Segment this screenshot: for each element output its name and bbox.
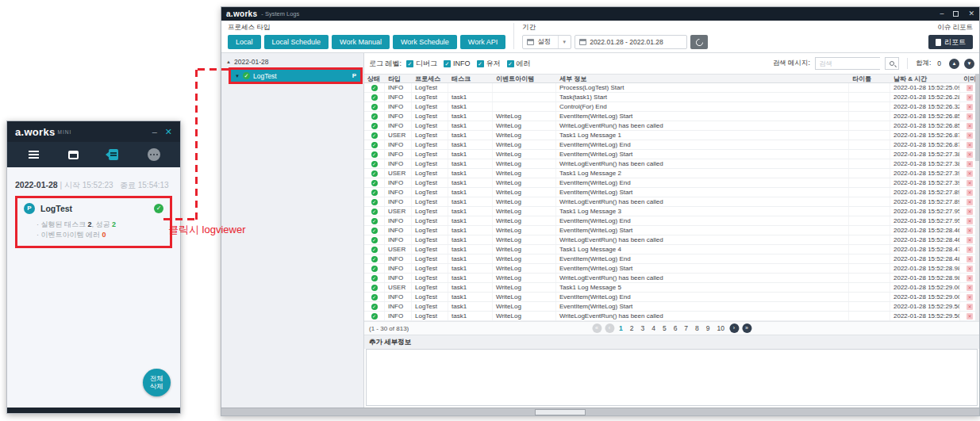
image-icon[interactable]: ✕ (967, 218, 973, 224)
page-number-3[interactable]: 3 (639, 324, 646, 332)
scrollbar-thumb[interactable] (975, 74, 979, 161)
more-button[interactable] (144, 145, 163, 164)
image-icon[interactable]: ✕ (967, 275, 973, 281)
page-number-5[interactable]: 5 (661, 324, 668, 332)
image-icon[interactable]: ✕ (967, 266, 973, 272)
image-icon[interactable]: ✕ (967, 189, 973, 196)
table-row[interactable]: ✓INFOLogTesttask1WriteLogEventItem(Write… (364, 112, 979, 121)
tree-date-group[interactable]: ▲ 2022-01-28 (221, 56, 363, 67)
table-row[interactable]: ✓INFOLogTesttask1WriteLogEventItem(Write… (364, 150, 979, 159)
page-number-2[interactable]: 2 (628, 324, 636, 332)
log-level-checkbox-디버그[interactable]: ✓디버그 (406, 59, 437, 69)
next-page-button[interactable]: › (729, 323, 739, 333)
period-preset-select[interactable]: 설정 ▼ (522, 35, 571, 49)
image-icon[interactable]: ✕ (967, 180, 973, 186)
minimize-icon[interactable]: – (152, 127, 157, 136)
search-button[interactable] (885, 57, 899, 70)
table-row[interactable]: ✓USERLogTesttask1WriteLogTask1 Log Messa… (364, 283, 979, 293)
first-page-button[interactable]: « (592, 323, 601, 333)
status-success-icon: ✓ (371, 104, 378, 110)
process-type-button-local[interactable]: Local (228, 35, 261, 49)
table-row[interactable]: ✓INFOLogTesttask1WriteLogEventItem(Write… (364, 293, 979, 302)
close-icon[interactable]: ✕ (165, 127, 172, 137)
table-row[interactable]: ✓INFOLogTesttask1Control(For) End2022-01… (364, 102, 979, 112)
table-row[interactable]: ✓INFOLogTesttask1WriteLogWriteLogEventRu… (364, 121, 979, 131)
image-icon[interactable]: ✕ (967, 199, 973, 205)
image-icon[interactable]: ✕ (967, 113, 973, 120)
process-type-button-local-schedule[interactable]: Local Schedule (264, 35, 329, 49)
page-number-1[interactable]: 1 (617, 324, 625, 332)
image-icon[interactable]: ✕ (967, 228, 973, 234)
image-icon[interactable]: ✕ (967, 247, 973, 253)
image-icon[interactable]: ✕ (967, 304, 973, 310)
log-level-checkbox-에러[interactable]: ✓에러 (507, 59, 531, 69)
additional-detail-box[interactable] (366, 349, 978, 406)
table-row[interactable]: ✓INFOLogTesttask1WriteLogWriteLogEventRu… (364, 197, 979, 207)
search-input[interactable] (815, 57, 880, 70)
scrollbar-thumb[interactable] (535, 409, 586, 415)
table-row[interactable]: ✓USERLogTesttask1WriteLogTask1 Log Messa… (364, 245, 979, 255)
log-button[interactable] (104, 145, 123, 164)
image-icon[interactable]: ✕ (967, 151, 973, 158)
table-vertical-scrollbar[interactable] (975, 74, 979, 321)
table-row[interactable]: ✓INFOLogTesttask1WriteLogEventItem(Write… (364, 140, 979, 150)
page-number-6[interactable]: 6 (672, 324, 679, 332)
table-row[interactable]: ✓INFOLogTesttask1WriteLogEventItem(Write… (364, 188, 979, 197)
schedule-button[interactable] (64, 145, 83, 164)
last-page-button[interactable]: » (742, 323, 751, 333)
process-type-button-work-manual[interactable]: Work Manual (332, 35, 390, 49)
table-row[interactable]: ✓INFOLogTesttask1Task(task1) Start2022-0… (364, 93, 979, 102)
table-row[interactable]: ✓USERLogTesttask1WriteLogTask1 Log Messa… (364, 207, 979, 216)
process-type-button-work-api[interactable]: Work API (460, 35, 505, 49)
table-row[interactable]: ✓INFOLogTesttask1WriteLogWriteLogEventRu… (364, 274, 979, 283)
date-range-field[interactable]: 2022.01.28 - 2022.01.28 (575, 35, 687, 49)
page-number-10[interactable]: 10 (716, 324, 726, 332)
delete-all-button[interactable]: 전체 삭제 (143, 369, 171, 396)
table-row[interactable]: ✓INFOLogTesttask1WriteLogWriteLogEventRu… (364, 235, 979, 245)
process-card-logtest[interactable]: P LogTest ✓ · 실행된 태스크 2, 성공 2 · 이벤트아이템 에… (15, 196, 172, 248)
maximize-icon[interactable] (953, 11, 959, 17)
image-icon[interactable]: ✕ (967, 313, 973, 320)
table-row[interactable]: ✓INFOLogTesttask1WriteLogEventItem(Write… (364, 264, 979, 274)
horizontal-scrollbar[interactable] (221, 408, 979, 415)
image-icon[interactable]: ✕ (967, 123, 973, 129)
prev-match-button[interactable]: ▲ (949, 59, 959, 69)
table-row[interactable]: ✓INFOLogTesttask1WriteLogWriteLogEventRu… (364, 312, 979, 321)
image-icon[interactable]: ✕ (967, 94, 973, 101)
image-icon[interactable]: ✕ (967, 161, 973, 167)
table-row[interactable]: ✓USERLogTesttask1WriteLogTask1 Log Messa… (364, 131, 979, 140)
image-icon[interactable]: ✕ (967, 85, 973, 91)
minimize-icon[interactable]: – (940, 10, 943, 17)
log-level-checkbox-유저[interactable]: ✓유저 (477, 59, 501, 69)
table-row[interactable]: ✓INFOLogTesttask1WriteLogEventItem(Write… (364, 302, 979, 312)
page-number-9[interactable]: 9 (705, 324, 712, 332)
image-icon[interactable]: ✕ (967, 142, 973, 148)
table-row[interactable]: ✓INFOLogTesttask1WriteLogEventItem(Write… (364, 178, 979, 188)
log-level-checkbox-info[interactable]: ✓INFO (444, 59, 471, 67)
image-icon[interactable]: ✕ (967, 170, 973, 177)
page-number-8[interactable]: 8 (694, 324, 701, 332)
image-icon[interactable]: ✕ (967, 285, 973, 291)
table-row[interactable]: ✓INFOLogTesttask1WriteLogEventItem(Write… (364, 226, 979, 235)
image-icon[interactable]: ✕ (967, 104, 973, 110)
table-row[interactable]: ✓INFOLogTestProcess(LogTest) Start2022-0… (364, 83, 979, 93)
refresh-button[interactable] (690, 35, 708, 49)
report-button[interactable]: 리포트 (928, 35, 973, 49)
table-row[interactable]: ✓INFOLogTesttask1WriteLogEventItem(Write… (364, 255, 979, 264)
page-number-4[interactable]: 4 (650, 324, 657, 332)
tree-item-logtest[interactable]: ▼ ✓ LogTest P (231, 70, 360, 82)
page-number-7[interactable]: 7 (682, 324, 690, 332)
menu-button[interactable] (24, 145, 43, 164)
table-row[interactable]: ✓INFOLogTesttask1WriteLogWriteLogEventRu… (364, 159, 979, 169)
close-icon[interactable]: ✕ (968, 10, 974, 17)
image-icon[interactable]: ✕ (967, 132, 973, 139)
table-row[interactable]: ✓INFOLogTesttask1WriteLogEventItem(Write… (364, 216, 979, 226)
image-icon[interactable]: ✕ (967, 256, 973, 262)
prev-page-button[interactable]: ‹ (605, 323, 614, 333)
next-match-button[interactable]: ▼ (964, 59, 974, 69)
image-icon[interactable]: ✕ (967, 294, 973, 300)
process-type-button-work-schedule[interactable]: Work Schedule (393, 35, 457, 49)
image-icon[interactable]: ✕ (967, 209, 973, 215)
table-row[interactable]: ✓USERLogTesttask1WriteLogTask1 Log Messa… (364, 169, 979, 178)
image-icon[interactable]: ✕ (967, 237, 973, 243)
